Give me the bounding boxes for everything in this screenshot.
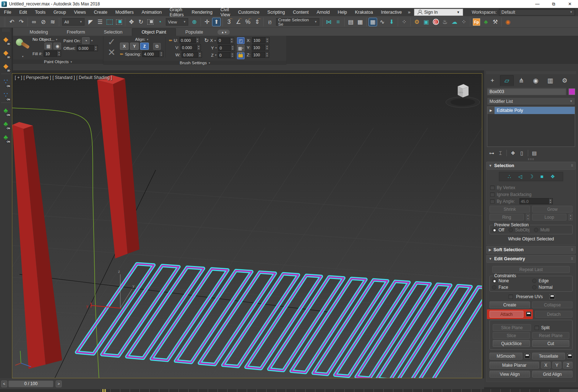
viewport-menu-pov[interactable]: [ Perspective ]	[23, 75, 51, 80]
keyboard-entry-button[interactable]: ▦▾	[237, 45, 245, 52]
ribbon-collapse-button[interactable]: ▲ ▾	[217, 30, 230, 35]
menu-edit[interactable]: Edit	[15, 8, 31, 16]
scale-spinner-x[interactable]: 100▲▼	[252, 37, 269, 43]
commit-check-icon[interactable]: ✓	[105, 37, 118, 47]
menu-tools[interactable]: Tools	[31, 8, 49, 16]
menu-graph-editors[interactable]: Graph Editors	[166, 8, 188, 16]
menu-krakatoa[interactable]: Krakatoa	[351, 8, 377, 16]
object-color-swatch[interactable]	[569, 88, 575, 95]
subobject-vertex-icon[interactable]: ∴	[506, 173, 513, 180]
track-bar[interactable]	[0, 389, 578, 392]
spinner-snap-toggle-icon[interactable]: ⇕	[253, 18, 262, 26]
paint-object-dropdown[interactable]: No Object...	[33, 37, 55, 42]
viewport-menu-general[interactable]: [ + ]	[15, 75, 22, 80]
close-button[interactable]: ✕	[562, 0, 578, 8]
menu-overflow-chevron[interactable]: »	[406, 9, 413, 15]
reset-plane-button[interactable]: Reset Plane	[532, 332, 569, 339]
viewport-menu-shading[interactable]: [ Default Shading ]	[76, 75, 112, 80]
points-export-settings-icon[interactable]: ∵ON	[1, 89, 10, 101]
align-icon[interactable]: ≡	[334, 18, 342, 26]
previous-frame-button[interactable]: <	[1, 380, 7, 387]
subobject-element-icon[interactable]: ❖	[549, 173, 556, 180]
perspective-viewport[interactable]: [ + ][ Perspective ][ Standard ][ Defaul…	[12, 73, 482, 378]
preserve-uvs-checkbox[interactable]	[509, 295, 513, 299]
render-a360-gallery-icon[interactable]: ⁘	[460, 18, 468, 26]
soft-selection-rollout-header[interactable]: ▶ Soft Selection ⠿	[486, 246, 576, 254]
split-checkbox[interactable]	[535, 326, 539, 330]
edit-named-selection-sets-icon[interactable]: {∕}	[266, 18, 274, 26]
preview-off[interactable]: Off	[492, 227, 504, 232]
view-align-button[interactable]: View Align	[489, 371, 530, 378]
window-crossing-toggle-icon[interactable]	[115, 18, 123, 26]
menu-animation[interactable]: Animation	[138, 8, 166, 16]
subobject-edge-icon[interactable]: ◁	[517, 173, 524, 180]
edit-geometry-rollout-header[interactable]: ▼ Edit Geometry ⠿	[486, 255, 576, 263]
panel-tab-utilities[interactable]: ⚙	[558, 75, 571, 86]
uvw-spinner-U-arrows[interactable]: ▲▼	[195, 38, 199, 43]
menu-modifiers[interactable]: Modifiers	[111, 8, 138, 16]
curve-editor-icon[interactable]: ∿	[378, 18, 387, 26]
brush-settings-panel-label[interactable]: Brush Settings▾	[103, 61, 286, 65]
rotate-spinner-z[interactable]: 0▲▼	[218, 52, 234, 58]
create-button[interactable]: Create	[489, 301, 530, 308]
app-icon[interactable]: 3	[1, 1, 7, 7]
ribbon-tab-selection[interactable]: Selection	[94, 29, 131, 36]
panel-tab-modify[interactable]: ▱	[500, 75, 514, 86]
vegetation-export-all-icon[interactable]: ♣ON	[1, 131, 10, 143]
show-end-result-icon[interactable]: ⌶	[496, 149, 504, 157]
repeat-last-button[interactable]: Repeat Last	[492, 266, 570, 273]
slice-button[interactable]: Slice	[493, 332, 530, 339]
panel-tab-hierarchy[interactable]: ⋔	[514, 75, 528, 86]
rendered-frame-window-icon[interactable]: ▣	[422, 18, 431, 26]
loop-button[interactable]: Loop	[532, 214, 566, 221]
tessellate-settings-button[interactable]	[567, 353, 573, 358]
menu-rendering[interactable]: Rendering	[188, 8, 217, 16]
menu-group[interactable]: Group	[49, 8, 70, 16]
rotate-spinner-z-arrows[interactable]: ▲▼	[230, 52, 234, 58]
modifier-list-dropdown[interactable]: Modifier List ▼	[487, 97, 575, 105]
ring-button[interactable]: Ring	[489, 214, 524, 221]
slice-plane-button[interactable]: Slice Plane	[493, 324, 531, 331]
by-angle-checkbox[interactable]	[490, 199, 495, 204]
spacing-spinner[interactable]: 4.000▲▼	[142, 51, 163, 57]
select-object-icon[interactable]: ◤	[86, 18, 95, 26]
select-and-manipulate-icon[interactable]: ✛	[203, 18, 211, 26]
align-axis-z-button[interactable]: Z	[140, 43, 149, 50]
phoenix-fd-icon[interactable]: ◉	[504, 18, 512, 26]
percent-snap-toggle-icon[interactable]: %	[243, 18, 252, 26]
rotate-mode-icon[interactable]: ↻	[204, 37, 209, 44]
rotate-spinner-y-arrows[interactable]: ▲▼	[230, 45, 234, 51]
render-production-vray-icon[interactable]: C	[431, 18, 440, 26]
ring-spinner[interactable]: ▲▼	[526, 214, 530, 221]
viewport-canvas[interactable]: zyyLEFT	[12, 74, 482, 378]
rotate-spinner-x-arrows[interactable]: ▲▼	[230, 38, 234, 43]
preserve-uvs-settings-button[interactable]	[549, 294, 555, 299]
mirror-icon[interactable]: ⋈	[324, 18, 333, 26]
workspaces-dropdown[interactable]: Default ▼	[499, 9, 575, 16]
scale-spinner-y[interactable]: 100▲▼	[252, 44, 269, 51]
restore-button[interactable]: ⧉	[545, 0, 562, 8]
constraint-edge[interactable]: Edge	[532, 278, 570, 283]
uvw-spinner-V-arrows[interactable]: ▲▼	[197, 45, 200, 50]
undo-icon[interactable]: ↶	[8, 18, 16, 26]
object-name-field[interactable]: Box003	[487, 88, 566, 95]
scale-spinner-y-arrows[interactable]: ▲▼	[265, 45, 269, 50]
offset-spinner-arrows[interactable]: ▲▼	[94, 45, 98, 51]
reference-coordinate-system-dropdown[interactable]: View▼	[166, 18, 188, 26]
forest-tools-icon[interactable]: ♣	[482, 18, 490, 26]
pin-stack-icon[interactable]: ⊶	[488, 149, 496, 157]
lock-scale-button[interactable]	[237, 52, 245, 59]
panel-tab-motion[interactable]: ◉	[529, 75, 543, 86]
toggle-scene-explorer-icon[interactable]: ▤	[346, 18, 355, 26]
scale-spinner-x-arrows[interactable]: ▲▼	[265, 38, 269, 43]
use-pivot-point-center-icon[interactable]: ⊕	[190, 18, 199, 26]
select-by-name-icon[interactable]: ☰	[96, 18, 104, 26]
modifier-stack-row[interactable]: ▶Editable Poly	[487, 107, 575, 114]
loop-spinner[interactable]: ▲▼	[569, 214, 573, 221]
select-and-move-icon[interactable]: ✥	[127, 18, 136, 26]
angle-snap-toggle-icon[interactable]: ∠	[234, 18, 243, 26]
make-planar-x-button[interactable]: X	[541, 362, 551, 369]
constraint-normal[interactable]: Normal	[532, 285, 570, 290]
next-frame-button[interactable]: >	[56, 380, 62, 387]
render-iterative-icon[interactable]: ♨	[441, 18, 449, 26]
